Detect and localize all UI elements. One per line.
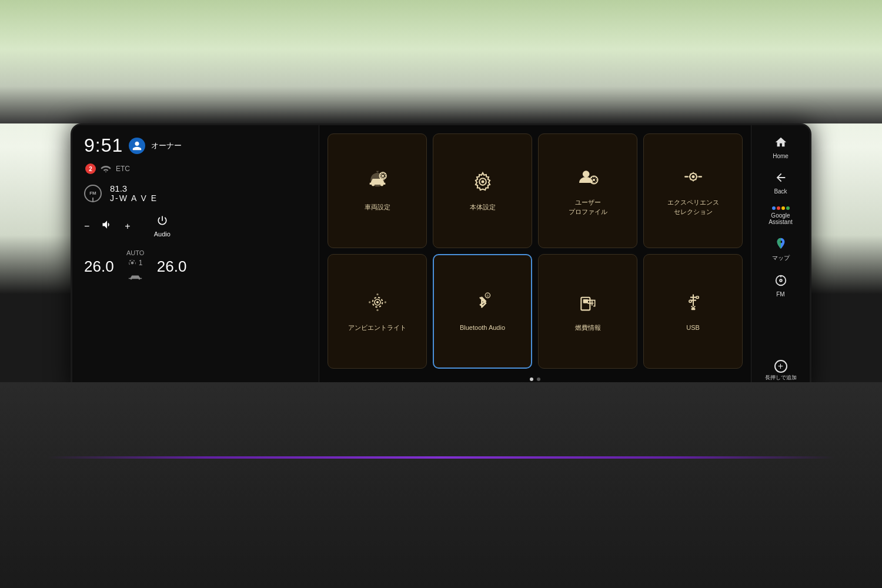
dashboard-background: 9:51 オーナー 2 ETC (0, 0, 882, 588)
left-panel: 9:51 オーナー 2 ETC (72, 125, 319, 392)
bluetooth-audio-label: Bluetooth Audio (460, 323, 505, 332)
vehicle-settings-label: 車両設定 (365, 203, 390, 212)
radio-info: 81.3 J-W A V E (110, 183, 158, 203)
volume-up-button[interactable]: + (125, 221, 130, 232)
svg-point-38 (376, 293, 378, 295)
fuel-info-label: 燃費情報 (575, 323, 601, 332)
svg-point-39 (376, 309, 378, 310)
system-settings-label: 本体設定 (470, 203, 496, 212)
svg-point-41 (384, 301, 386, 303)
user-profile-tile[interactable]: ユーザー プロファイル (538, 133, 637, 248)
svg-line-33 (696, 173, 696, 174)
add-label: 長押しで追加 (765, 374, 797, 382)
home-label: Home (773, 153, 789, 159)
user-profile-label: ユーザー プロファイル (569, 198, 607, 216)
svg-point-14 (592, 179, 594, 181)
clock-display: 9:51 (84, 135, 123, 156)
svg-line-20 (596, 182, 597, 183)
radio-station: J-W A V E (110, 193, 158, 203)
right-temperature[interactable]: 26.0 (151, 258, 186, 276)
svg-rect-23 (684, 176, 689, 178)
sidebar-item-google-assistant[interactable]: Google Assistant (751, 202, 810, 230)
system-settings-tile[interactable]: 本体設定 (433, 133, 532, 248)
main-grid-area: 車両設定 本体設定 (319, 125, 751, 392)
svg-line-8 (384, 173, 385, 175)
sidebar-item-home[interactable]: Home (751, 131, 810, 164)
fuel-info-tile[interactable]: 燃費情報 (538, 254, 637, 369)
audio-label: Audio (154, 230, 171, 238)
svg-point-1 (382, 175, 384, 177)
car-ac-icon (127, 272, 143, 284)
ambient-light-tile[interactable]: アンビエントライト (328, 254, 427, 369)
svg-rect-55 (691, 308, 695, 310)
experience-tile[interactable]: エクスペリエンス セレクション (643, 133, 743, 248)
home-icon (774, 136, 787, 152)
sidebar-item-back[interactable]: Back (751, 166, 810, 199)
ambient-light-label: アンビエントライト (348, 323, 406, 332)
fm-icon (774, 274, 787, 290)
left-temperature[interactable]: 26.0 (84, 258, 119, 276)
page-dot-1[interactable] (530, 377, 533, 381)
auto-mode-label: AUTO (126, 249, 144, 256)
etc-label: ETC (116, 165, 130, 173)
fm-tuner-icon[interactable]: FM (84, 185, 102, 202)
fuel-icon (576, 290, 600, 319)
top-bar: 9:51 オーナー (84, 135, 307, 156)
svg-line-7 (384, 177, 385, 178)
owner-label: オーナー (151, 141, 182, 151)
usb-label: USB (686, 323, 700, 332)
maps-icon (774, 237, 787, 253)
right-sidebar: Home Back Google Assistan (751, 125, 810, 392)
sidebar-item-maps[interactable]: マップ (751, 232, 810, 267)
experience-label: エクスペリエンス セレクション (667, 198, 719, 216)
svg-rect-49 (591, 304, 592, 305)
vehicle-gear-icon (366, 170, 389, 198)
gear-icon (471, 170, 495, 198)
grid-row-1: 車両設定 本体設定 (328, 133, 743, 248)
wifi-icon (101, 164, 111, 174)
svg-point-12 (582, 171, 589, 178)
google-assistant-label: Google Assistant (769, 212, 793, 225)
back-icon (774, 171, 787, 187)
notification-row: 2 ETC (85, 163, 307, 174)
usb-icon (681, 290, 705, 319)
fan-row: 1 (128, 259, 143, 267)
user-profile-icon (576, 165, 600, 193)
svg-point-37 (376, 301, 378, 303)
vehicle-settings-tile[interactable]: 車両設定 (328, 133, 427, 248)
speaker-icon (101, 219, 113, 233)
svg-rect-24 (698, 176, 702, 178)
audio-controls: − + Audio (84, 212, 307, 240)
svg-point-40 (369, 301, 370, 303)
svg-line-31 (690, 173, 690, 174)
svg-line-32 (696, 179, 696, 180)
sidebar-item-fm[interactable]: FM (751, 269, 810, 302)
svg-text:R: R (486, 294, 489, 298)
grid-row-2: アンビエントライト R Bluetooth Audio (328, 254, 743, 369)
fm-label: FM (776, 291, 784, 298)
audio-power-button[interactable]: Audio (154, 215, 171, 238)
experience-icon (681, 165, 705, 193)
user-avatar[interactable] (129, 138, 145, 154)
bluetooth-audio-tile[interactable]: R Bluetooth Audio (433, 254, 532, 369)
infotainment-screen: 9:51 オーナー 2 ETC (71, 123, 811, 394)
ambient-light-strip (47, 456, 835, 459)
radio-section: FM 81.3 J-W A V E (84, 181, 307, 205)
ambient-light-icon (366, 290, 389, 319)
dashboard-bottom (0, 382, 882, 588)
svg-rect-53 (696, 296, 699, 298)
svg-point-57 (780, 279, 782, 282)
volume-down-button[interactable]: − (84, 221, 89, 232)
page-dot-2[interactable] (537, 377, 540, 381)
svg-point-11 (481, 180, 484, 183)
back-label: Back (774, 188, 787, 195)
fan-speed: 1 (139, 259, 143, 267)
svg-line-34 (690, 179, 690, 180)
user-icon (132, 141, 142, 151)
climate-center: AUTO 1 (126, 249, 144, 284)
usb-tile[interactable]: USB (643, 254, 743, 369)
maps-label: マップ (772, 254, 790, 262)
svg-point-54 (689, 300, 691, 302)
google-assistant-icon (772, 206, 790, 210)
notification-badge[interactable]: 2 (85, 163, 96, 174)
